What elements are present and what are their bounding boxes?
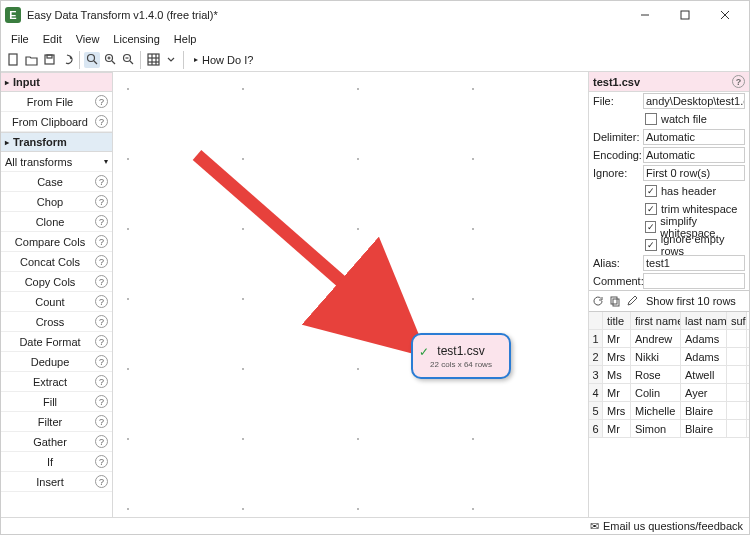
help-icon[interactable]: ? xyxy=(95,455,108,468)
help-icon[interactable]: ? xyxy=(95,295,108,308)
transform-if[interactable]: If? xyxy=(1,452,112,472)
maximize-button[interactable] xyxy=(665,1,705,29)
minimize-button[interactable] xyxy=(625,1,665,29)
transform-filter[interactable]: Filter? xyxy=(1,412,112,432)
annotation-arrow xyxy=(189,147,429,362)
zoom-out-icon[interactable] xyxy=(120,52,136,68)
help-icon[interactable]: ? xyxy=(95,95,108,108)
app-icon: E xyxy=(5,7,21,23)
refresh-icon[interactable] xyxy=(591,294,605,308)
svg-line-10 xyxy=(112,61,115,64)
transform-insert[interactable]: Insert? xyxy=(1,472,112,492)
how-do-i-button[interactable]: ▸How Do I? xyxy=(188,53,259,67)
alias-field[interactable]: test1 xyxy=(643,255,745,271)
table-row[interactable]: 6MrSimonBlaire xyxy=(589,420,749,438)
file-label: File: xyxy=(593,95,641,107)
help-icon[interactable]: ? xyxy=(95,315,108,328)
transform-count[interactable]: Count? xyxy=(1,292,112,312)
svg-rect-6 xyxy=(47,55,52,58)
transform-date-format[interactable]: Date Format? xyxy=(1,332,112,352)
help-icon[interactable]: ? xyxy=(95,235,108,248)
help-icon[interactable]: ? xyxy=(95,255,108,268)
help-icon[interactable]: ? xyxy=(95,475,108,488)
col-header[interactable]: last name xyxy=(681,312,727,329)
col-header[interactable] xyxy=(589,312,603,329)
help-icon[interactable]: ? xyxy=(95,435,108,448)
transform-fill[interactable]: Fill? xyxy=(1,392,112,412)
new-icon[interactable] xyxy=(5,52,21,68)
all-transforms-dropdown[interactable]: All transforms▾ xyxy=(1,152,112,172)
dropdown-icon[interactable] xyxy=(163,52,179,68)
table-row[interactable]: 2MrsNikkiAdams xyxy=(589,348,749,366)
preview-rows-label[interactable]: Show first 10 rows xyxy=(646,295,736,307)
transform-compare-cols[interactable]: Compare Cols? xyxy=(1,232,112,252)
svg-line-8 xyxy=(94,61,97,64)
undo-icon[interactable] xyxy=(59,52,75,68)
svg-rect-23 xyxy=(613,299,619,306)
canvas[interactable]: ✓ test1.csv 22 cols x 64 rows xyxy=(113,72,589,518)
svg-rect-16 xyxy=(148,54,159,65)
menu-view[interactable]: View xyxy=(70,32,106,46)
menu-edit[interactable]: Edit xyxy=(37,32,68,46)
close-button[interactable] xyxy=(705,1,745,29)
ignore-field[interactable]: First 0 row(s) xyxy=(643,165,745,181)
svg-line-14 xyxy=(130,61,133,64)
delimiter-select[interactable]: Automatic xyxy=(643,129,745,145)
svg-rect-1 xyxy=(681,11,689,19)
transform-dedupe[interactable]: Dedupe? xyxy=(1,352,112,372)
help-icon[interactable]: ? xyxy=(95,375,108,388)
open-icon[interactable] xyxy=(23,52,39,68)
save-icon[interactable] xyxy=(41,52,57,68)
transform-extract[interactable]: Extract? xyxy=(1,372,112,392)
comment-field[interactable] xyxy=(643,273,745,289)
watch-file-checkbox[interactable]: watch file xyxy=(589,110,749,128)
encoding-select[interactable]: Automatic xyxy=(643,147,745,163)
col-header[interactable]: sufi xyxy=(727,312,747,329)
table-row[interactable]: 5MrsMichelleBlaire xyxy=(589,402,749,420)
mail-icon: ✉ xyxy=(590,520,599,533)
transform-case[interactable]: Case? xyxy=(1,172,112,192)
table-row[interactable]: 4MrColinAyer xyxy=(589,384,749,402)
help-icon[interactable]: ? xyxy=(95,215,108,228)
help-icon[interactable]: ? xyxy=(95,335,108,348)
transform-concat-cols[interactable]: Concat Cols? xyxy=(1,252,112,272)
help-icon[interactable]: ? xyxy=(95,355,108,368)
help-icon[interactable]: ? xyxy=(95,175,108,188)
transform-clone[interactable]: Clone? xyxy=(1,212,112,232)
zoom-in-icon[interactable] xyxy=(102,52,118,68)
table-row[interactable]: 1MrAndrewAdams xyxy=(589,330,749,348)
grid-icon[interactable] xyxy=(145,52,161,68)
help-icon[interactable]: ? xyxy=(95,195,108,208)
svg-line-21 xyxy=(197,155,399,332)
transform-chop[interactable]: Chop? xyxy=(1,192,112,212)
help-icon[interactable]: ? xyxy=(95,395,108,408)
from-file-button[interactable]: From File? xyxy=(1,92,112,112)
feedback-link[interactable]: Email us questions/feedback xyxy=(603,520,743,532)
table-row[interactable]: 3MsRoseAtwell xyxy=(589,366,749,384)
input-section-header[interactable]: ▸Input xyxy=(1,72,112,92)
has-header-checkbox[interactable]: ✓has header xyxy=(589,182,749,200)
col-header[interactable]: first name xyxy=(631,312,681,329)
input-node[interactable]: ✓ test1.csv 22 cols x 64 rows xyxy=(411,333,511,379)
menu-licensing[interactable]: Licensing xyxy=(107,32,165,46)
copy-icon[interactable] xyxy=(608,294,622,308)
properties-header: test1.csv? xyxy=(589,72,749,92)
ignore-empty-rows-checkbox[interactable]: ✓ignore empty rows xyxy=(589,236,749,254)
transform-gather[interactable]: Gather? xyxy=(1,432,112,452)
menu-help[interactable]: Help xyxy=(168,32,203,46)
transform-section-header[interactable]: ▸Transform xyxy=(1,132,112,152)
help-icon[interactable]: ? xyxy=(95,275,108,288)
file-field[interactable]: andy\Desktop\test1.csv xyxy=(643,93,745,109)
from-clipboard-button[interactable]: From Clipboard? xyxy=(1,112,112,132)
svg-point-7 xyxy=(87,55,94,62)
edit-icon[interactable] xyxy=(625,294,639,308)
col-header[interactable]: title xyxy=(603,312,631,329)
zoom-fit-icon[interactable] xyxy=(84,52,100,68)
transform-cross[interactable]: Cross? xyxy=(1,312,112,332)
help-icon[interactable]: ? xyxy=(95,415,108,428)
menu-file[interactable]: File xyxy=(5,32,35,46)
help-icon[interactable]: ? xyxy=(95,115,108,128)
transform-copy-cols[interactable]: Copy Cols? xyxy=(1,272,112,292)
help-icon[interactable]: ? xyxy=(732,75,745,88)
svg-rect-5 xyxy=(45,55,54,64)
